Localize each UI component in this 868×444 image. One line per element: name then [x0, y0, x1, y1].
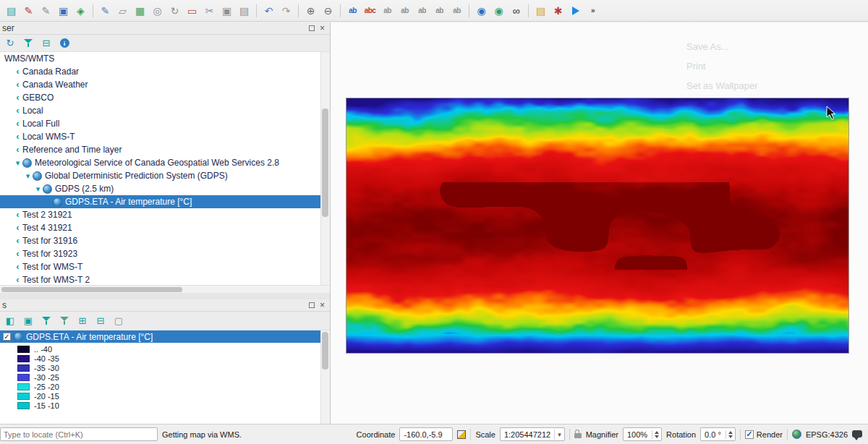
search-binoculars-icon[interactable]: ∞ [508, 2, 524, 19]
tree-item-canada-radar[interactable]: ‹Canada Radar [0, 65, 330, 78]
tree-item-local-full[interactable]: ‹Local Full [0, 117, 330, 130]
layer-item-gdps-eta[interactable]: ✓ GDPS.ETA - Air temperature [°C] [0, 330, 330, 343]
collapsed-arrow-icon[interactable]: ‹ [13, 273, 22, 286]
move-feature-icon[interactable]: ◎ [149, 2, 166, 19]
layers-vscroll-thumb[interactable] [322, 332, 328, 370]
toolbar-overflow[interactable]: » [584, 2, 601, 19]
layers-close-icon[interactable]: × [320, 302, 325, 309]
layers-float-icon[interactable] [309, 302, 315, 308]
coordinate-value[interactable]: -160.0,-5.9 [399, 427, 453, 441]
expanded-arrow-icon[interactable]: ▾ [13, 156, 22, 169]
layer-labeling-icon[interactable]: ab [344, 2, 361, 19]
remove-layer-icon[interactable]: ▢ [113, 315, 124, 327]
edit-pencil-icon[interactable]: ✎ [38, 2, 54, 19]
tree-item-gebco[interactable]: ‹GEBCO [0, 91, 330, 104]
layer-diagram-icon[interactable]: abc [362, 2, 378, 19]
browser-close-icon[interactable]: × [320, 25, 325, 32]
collapsed-arrow-icon[interactable]: ‹ [13, 117, 22, 130]
collapsed-arrow-icon[interactable]: ‹ [13, 208, 22, 221]
collapsed-arrow-icon[interactable]: ‹ [13, 104, 22, 117]
grid-icon[interactable]: ▦ [132, 2, 148, 19]
vertex-tool-icon[interactable]: ✎ [97, 2, 114, 19]
render-checkbox-wrap[interactable]: ✓ Render [745, 430, 783, 439]
tree-item-test-4-31921[interactable]: ‹Test 4 31921 [0, 221, 330, 234]
undo-icon[interactable]: ↶ [260, 2, 277, 19]
properties-icon[interactable]: i [59, 38, 70, 49]
scale-combobox[interactable]: 1:205447212 ▾ [500, 427, 565, 441]
tree-item-gdps-eta-air-temperature-c[interactable]: GDPS.ETA - Air temperature [°C] [0, 195, 330, 208]
filter-legend-icon[interactable] [41, 315, 52, 327]
tree-item-test-for-31923[interactable]: ‹Test for 31923 [0, 247, 330, 260]
collapsed-arrow-icon[interactable]: ‹ [13, 234, 22, 247]
layers-vscrollbar[interactable] [320, 330, 330, 424]
report-bug-icon[interactable]: ✱ [550, 2, 566, 19]
reshape-features-icon[interactable]: ▱ [114, 2, 131, 19]
save-edits-icon[interactable]: ▣ [55, 2, 72, 19]
rotate-label-icon[interactable]: ab [431, 2, 448, 19]
filter-browser-icon[interactable] [22, 38, 34, 49]
browser-float-icon[interactable] [309, 25, 315, 31]
crs-label[interactable]: EPSG:4326 [806, 430, 848, 439]
zoom-in-icon[interactable]: ⊕ [302, 2, 319, 19]
tree-item-meteorological-service-of-canada-geospat[interactable]: ▾Meteorological Service of Canada Geospa… [0, 156, 330, 169]
move-label-icon[interactable]: ab [414, 2, 430, 19]
change-label-icon[interactable]: ab [448, 2, 465, 19]
zoom-out-icon[interactable]: ⊖ [320, 2, 336, 19]
browser-vscroll-thumb[interactable] [322, 108, 328, 217]
rotation-spinbox[interactable]: 0.0 ° [700, 427, 736, 441]
tree-item-reference-and-time-layer[interactable]: ‹Reference and Time layer [0, 143, 330, 156]
paste-features-icon[interactable]: ▤ [236, 2, 252, 19]
layer-styling-icon[interactable]: ◧ [4, 315, 16, 327]
collapsed-arrow-icon[interactable]: ‹ [13, 221, 22, 234]
tree-item-local[interactable]: ‹Local [0, 104, 330, 117]
browser-vscrollbar[interactable] [320, 52, 330, 285]
tree-item-test-for-31916[interactable]: ‹Test for 31916 [0, 234, 330, 247]
pin-labels-icon[interactable]: ab [379, 2, 396, 19]
expanded-arrow-icon[interactable]: ▾ [23, 169, 33, 182]
expression-filter-icon[interactable] [59, 315, 70, 327]
tree-item-global-deterministic-prediction-system-g[interactable]: ▾Global Deterministic Prediction System … [0, 169, 330, 182]
lock-scale-icon[interactable] [574, 433, 582, 438]
magnifier-spin-arrows[interactable] [652, 430, 661, 439]
collapsed-arrow-icon[interactable]: ‹ [13, 91, 22, 104]
rotation-spin-arrows[interactable] [726, 430, 735, 439]
tree-item-canada-weather[interactable]: ‹Canada Weather [0, 78, 330, 91]
magnifier-spinbox[interactable]: 100% [623, 427, 662, 441]
tree-item-test-for-wms-t-2[interactable]: ‹Test for WMS-T 2 [0, 273, 330, 286]
metasearch-globe-icon[interactable]: ◉ [473, 2, 490, 19]
new-shapefile-icon[interactable]: ✎ [20, 2, 37, 19]
log-messages-icon[interactable] [852, 430, 862, 437]
copy-features-icon[interactable]: ▣ [218, 2, 235, 19]
expand-all-icon[interactable]: ⊞ [77, 315, 88, 327]
add-group-icon[interactable]: ▣ [22, 315, 34, 327]
browser-hscroll-thumb[interactable] [1, 287, 182, 292]
rotate-feature-icon[interactable]: ↻ [166, 2, 183, 19]
mouse-position-icon[interactable] [457, 430, 466, 439]
collapsed-arrow-icon[interactable]: ‹ [13, 260, 22, 273]
collapse-all-icon[interactable]: ⊟ [41, 38, 52, 49]
collapsed-arrow-icon[interactable]: ‹ [13, 247, 22, 260]
redo-icon[interactable]: ↷ [278, 2, 294, 19]
tree-item-test-2-31921[interactable]: ‹Test 2 31921 [0, 208, 330, 221]
crs-globe-icon[interactable] [792, 430, 801, 439]
locate-input[interactable] [0, 427, 158, 441]
collapsed-arrow-icon[interactable]: ‹ [13, 65, 22, 78]
new-map-layer-icon[interactable]: ▤ [3, 2, 20, 19]
refresh-icon[interactable]: ↻ [4, 38, 16, 49]
tree-item-test-for-wms-t[interactable]: ‹Test for WMS-T [0, 260, 330, 273]
highlight-labels-icon[interactable]: ab [396, 2, 413, 19]
map-canvas-area[interactable]: Save As...PrintSet as Wallpaper [331, 22, 868, 424]
tree-item-gdps-2-5-km[interactable]: ▾GDPS (2.5 km) [0, 182, 330, 195]
next-arrow-icon[interactable] [567, 2, 584, 19]
collapse-layers-icon[interactable]: ⊟ [95, 315, 106, 327]
collapsed-arrow-icon[interactable]: ‹ [13, 130, 22, 143]
tree-item-local-wms-t[interactable]: ‹Local WMS-T [0, 130, 330, 143]
python-console-icon[interactable]: ▤ [532, 2, 549, 19]
vector-edit-icon[interactable]: ◈ [72, 2, 89, 19]
temperature-map-canvas[interactable] [346, 98, 848, 353]
expanded-arrow-icon[interactable]: ▾ [33, 182, 43, 195]
scale-dropdown-icon[interactable]: ▾ [554, 430, 563, 440]
collapsed-arrow-icon[interactable]: ‹ [13, 143, 22, 156]
delete-selected-icon[interactable]: ▭ [184, 2, 200, 19]
panel-splitter[interactable] [0, 293, 330, 299]
